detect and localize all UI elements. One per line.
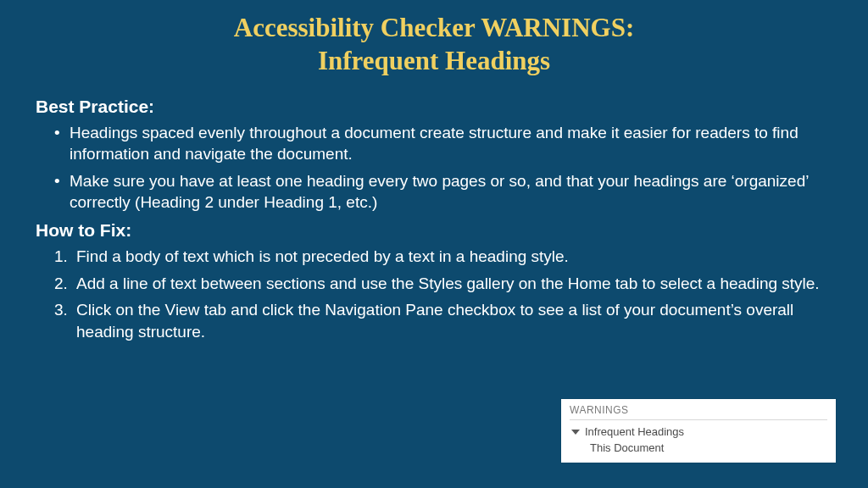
slide-content: Best Practice: Headings spaced evenly th… [0, 86, 868, 343]
best-practice-list: Headings spaced evenly throughout a docu… [36, 122, 832, 214]
warnings-child-item[interactable]: This Document [570, 440, 827, 454]
how-to-fix-list: Find a body of text which is not precede… [36, 246, 832, 343]
warnings-pane: WARNINGS Infrequent Headings This Docume… [561, 399, 836, 463]
list-item: Headings spaced evenly throughout a docu… [54, 122, 832, 165]
list-item: Make sure you have at least one heading … [54, 170, 832, 214]
list-item: Find a body of text which is not precede… [54, 246, 832, 268]
best-practice-label: Best Practice: [36, 97, 832, 117]
title-line-2: Infrequent Headings [318, 46, 550, 75]
list-item: Add a line of text between sections and … [54, 273, 832, 295]
warnings-item-label: Infrequent Headings [585, 425, 684, 438]
warnings-item-row[interactable]: Infrequent Headings [570, 424, 827, 440]
title-line-1: Accessibility Checker WARNINGS: [234, 13, 634, 42]
caret-down-icon [571, 430, 580, 435]
warnings-pane-header: WARNINGS [570, 404, 827, 420]
how-to-fix-label: How to Fix: [36, 220, 832, 241]
slide-title: Accessibility Checker WARNINGS: Infreque… [0, 0, 868, 86]
list-item: Click on the View tab and click the Navi… [54, 299, 832, 342]
warnings-child-label: This Document [590, 441, 664, 454]
